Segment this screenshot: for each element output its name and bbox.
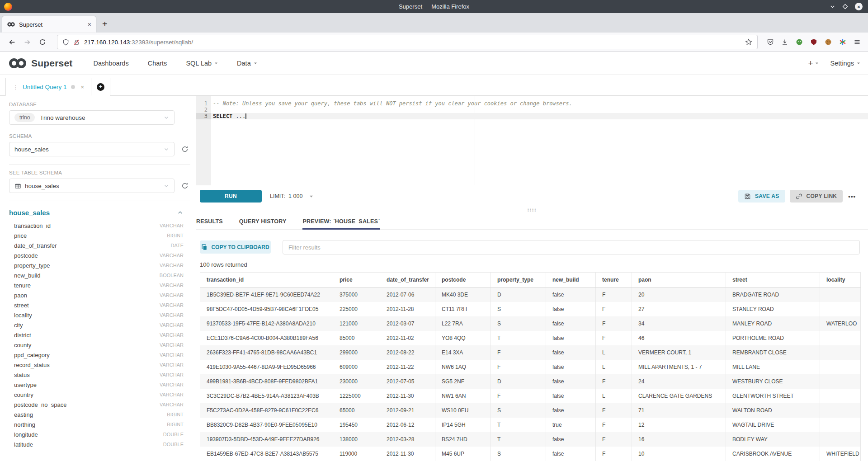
add-query-tab-button[interactable]: + <box>91 78 110 96</box>
database-select[interactable]: trino Trino warehouse <box>9 110 175 125</box>
query-tab-close-icon[interactable]: × <box>81 84 85 90</box>
run-button[interactable]: RUN <box>200 190 262 203</box>
pane-splitter[interactable]: •••• •••• <box>196 207 868 213</box>
table-cell: ECE1D376-C9A6-4C00-B004-A380B189FA56 <box>200 331 333 345</box>
table-cell: false <box>546 331 596 345</box>
schema-column-row: localityVARCHAR <box>14 310 184 320</box>
url-text[interactable]: 217.160.120.143:32393/superset/sqllab/ <box>84 39 741 46</box>
back-icon[interactable] <box>5 38 18 46</box>
column-name: postcode_no_space <box>14 401 66 408</box>
window-close-icon[interactable]: × <box>855 3 863 10</box>
url-bar[interactable]: 217.160.120.143:32393/superset/sqllab/ <box>57 35 758 49</box>
table-select[interactable]: house_sales <box>9 179 175 193</box>
query-tab-title: Untitled Query 1 <box>23 84 67 90</box>
settings-menu[interactable]: Settings <box>830 60 860 67</box>
settings-label: Settings <box>830 60 854 67</box>
caret-down-icon <box>857 61 860 65</box>
schema-column-row: statusVARCHAR <box>14 370 184 380</box>
column-header-transaction_id[interactable]: transaction_id <box>200 273 333 287</box>
editor-line <box>211 107 868 113</box>
column-header-street[interactable]: street <box>726 273 820 287</box>
results-table: transaction_idpricedate_of_transferpostc… <box>200 272 861 461</box>
result-tabs: RESULTSQUERY HISTORYPREVIEW: `HOUSE_SALE… <box>196 213 868 230</box>
brand-name: Superset <box>31 58 72 69</box>
table-cell: 225000 <box>333 302 380 316</box>
table-cell <box>820 389 861 403</box>
cookie-extension-icon[interactable] <box>825 38 832 46</box>
insecure-lock-icon[interactable] <box>73 39 80 46</box>
nav-item-dashboards[interactable]: Dashboards <box>93 60 128 67</box>
ublock-icon[interactable] <box>810 38 817 46</box>
table-row: 2636F323-FF41-4765-81DB-98CAA6A43BC12990… <box>200 345 861 360</box>
table-cell: 2012-11-22 <box>380 360 435 374</box>
collapse-chevron-icon[interactable] <box>177 210 183 216</box>
divider <box>9 201 190 201</box>
asterisk-extension-icon[interactable] <box>839 38 846 46</box>
table-cell: D <box>491 287 546 302</box>
tab-close-icon[interactable]: × <box>88 21 91 28</box>
column-header-price[interactable]: price <box>333 273 380 287</box>
text-cursor <box>245 113 246 119</box>
column-header-paon[interactable]: paon <box>632 273 726 287</box>
table-cell: WAGTAIL DRIVE <box>726 418 820 432</box>
table-cell: WESTBURY CLOSE <box>726 374 820 389</box>
add-new-button[interactable]: + <box>808 58 818 68</box>
column-header-new_build[interactable]: new_build <box>546 273 596 287</box>
query-tabstrip: ⋮ Untitled Query 1 × + <box>0 75 868 96</box>
result-tab-2[interactable]: PREVIEW: `HOUSE_SALES` <box>302 215 381 229</box>
column-header-locality[interactable]: locality <box>820 273 861 287</box>
table-cell: 2012-08-22 <box>380 345 435 360</box>
refresh-schema-icon[interactable] <box>181 146 189 153</box>
nav-item-sql-lab[interactable]: SQL Lab <box>186 60 218 67</box>
column-name: city <box>14 322 23 329</box>
copy-link-button[interactable]: COPY LINK <box>790 190 843 203</box>
hamburger-menu-icon[interactable] <box>854 38 861 46</box>
column-header-postcode[interactable]: postcode <box>435 273 491 287</box>
column-name: latitude <box>14 441 33 448</box>
infinity-logo-icon <box>8 58 28 69</box>
table-header-row: transaction_idpricedate_of_transferpostc… <box>200 273 861 287</box>
window-minimize-icon[interactable] <box>830 4 835 9</box>
new-tab-icon[interactable]: + <box>102 19 108 29</box>
window-maximize-icon[interactable] <box>842 4 848 9</box>
column-header-property_type[interactable]: property_type <box>491 273 546 287</box>
refresh-table-icon[interactable] <box>181 182 189 189</box>
column-header-date_of_transfer[interactable]: date_of_transfer <box>380 273 435 287</box>
table-cell: L <box>596 345 632 360</box>
reload-icon[interactable] <box>36 38 49 46</box>
privacy-extension-icon[interactable] <box>796 38 803 46</box>
sql-editor[interactable]: 123 -- Note: Unless you save your query,… <box>196 96 868 185</box>
result-tab-1[interactable]: QUERY HISTORY <box>239 215 287 229</box>
shield-icon[interactable] <box>62 39 69 46</box>
nav-item-data[interactable]: Data <box>237 60 257 67</box>
pocket-icon[interactable] <box>767 38 774 46</box>
superset-logo[interactable]: Superset <box>8 58 72 69</box>
more-options-icon[interactable]: ••• <box>848 193 856 200</box>
download-icon[interactable] <box>781 38 788 46</box>
schema-column-row: longitudeDOUBLE <box>14 429 184 439</box>
table-cell: 98F5DC47-0D05-4D59-95B7-98CA6F1FDE05 <box>200 302 333 316</box>
bookmark-star-icon[interactable] <box>745 38 752 46</box>
result-tab-0[interactable]: RESULTS <box>196 215 223 229</box>
query-tab-active[interactable]: ⋮ Untitled Query 1 × <box>5 78 91 96</box>
nav-item-charts[interactable]: Charts <box>148 60 167 67</box>
column-name: record_status <box>14 362 50 368</box>
column-type: VARCHAR <box>160 402 184 407</box>
column-header-tenure[interactable]: tenure <box>596 273 632 287</box>
filter-results-input[interactable] <box>283 240 860 254</box>
table-cell: GLENTWORTH STREET <box>726 389 820 403</box>
editor-code-area[interactable]: -- Note: Unless you save your query, the… <box>211 96 868 185</box>
drag-handle-icon[interactable]: ⋮ <box>13 84 19 90</box>
save-as-button[interactable]: SAVE AS <box>738 190 785 203</box>
table-cell: E14 3XA <box>435 345 491 360</box>
column-name: price <box>14 232 27 239</box>
forward-icon[interactable] <box>21 38 33 46</box>
window-title: Superset — Mozilla Firefox <box>0 3 868 10</box>
browser-tab[interactable]: Superset × <box>2 16 96 33</box>
schema-select[interactable]: house_sales <box>9 142 175 156</box>
caret-down-icon <box>214 61 218 65</box>
limit-dropdown[interactable]: LIMIT: 1 000 <box>270 193 313 199</box>
copy-to-clipboard-button[interactable]: COPY TO CLIPBOARD <box>200 240 271 254</box>
table-cell: 2012-11-28 <box>380 302 435 316</box>
table-cell: L <box>596 389 632 403</box>
